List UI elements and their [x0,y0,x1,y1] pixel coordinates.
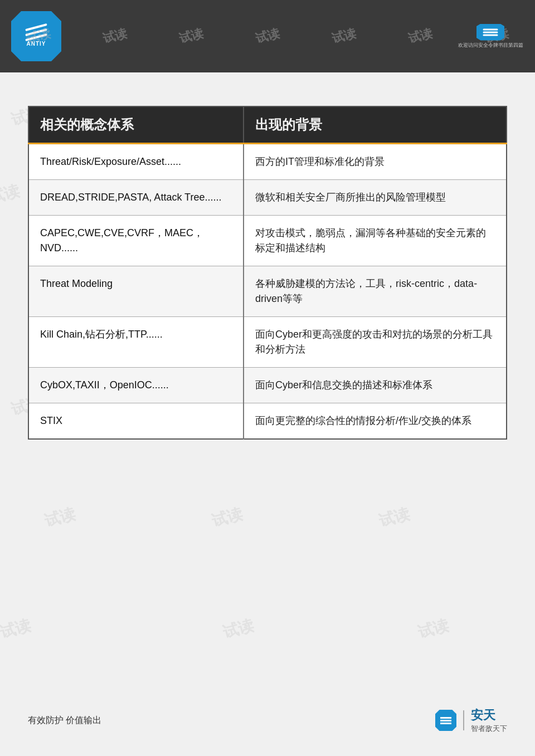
table-row-4: Kill Chain,钻石分析,TTP......面向Cyber和更高强度的攻击… [28,317,507,368]
footer-logo: 安天 智者敌天下 [435,707,507,734]
table-cell-right-1: 微软和相关安全厂商所推出的风险管理模型 [244,180,507,216]
watermark-5: 试读 [330,25,358,47]
body-watermark-16: 试读 [210,503,245,531]
table-cell-right-3: 各种威胁建模的方法论，工具，risk-centric，data-driven等等 [244,266,507,317]
watermark-2: 试读 [101,25,129,47]
body-watermark-15: 试读 [42,503,78,531]
table-row-6: STIX面向更完整的综合性的情报分析/作业/交换的体系 [28,403,507,440]
table-cell-left-5: CybOX,TAXII，OpenIOC...... [28,368,244,403]
table-cell-right-0: 西方的IT管理和标准化的背景 [244,144,507,180]
footer-logo-subtext: 智者敌天下 [471,724,507,734]
footer-logo-icon-inner [440,720,451,721]
header: ANTIY 试读 试读 试读 试读 试读 试读 试读 欢迎访问安全令牌书目第四篇 [0,0,535,72]
table-cell-right-4: 面向Cyber和更高强度的攻击和对抗的场景的分析工具和分析方法 [244,317,507,368]
table-row-0: Threat/Risk/Exposure/Asset......西方的IT管理和… [28,144,507,180]
logo-text: ANTIY [27,41,46,47]
logo-lines [25,26,47,38]
table-cell-left-3: Threat Modeling [28,266,244,317]
table-row-3: Threat Modeling各种威胁建模的方法论，工具，risk-centri… [28,266,507,317]
body-watermark-17: 试读 [377,503,412,531]
footer-logo-text: 安天 [471,707,507,724]
watermark-4: 试读 [254,25,281,47]
table-row-5: CybOX,TAXII，OpenIOC......面向Cyber和信息交换的描述… [28,368,507,403]
table-cell-right-2: 对攻击模式，脆弱点，漏洞等各种基础的安全元素的标定和描述结构 [244,216,507,266]
table-cell-right-5: 面向Cyber和信息交换的描述和标准体系 [244,368,507,403]
content-table: 相关的概念体系 出现的背景 Threat/Risk/Exposure/Asset… [28,106,507,440]
watermark-3: 试读 [177,25,205,47]
table-cell-left-1: DREAD,STRIDE,PASTA, Attack Tree...... [28,180,244,216]
footer-logo-divider [463,710,464,730]
table-cell-left-2: CAPEC,CWE,CVE,CVRF，MAEC，NVD...... [28,216,244,266]
table-cell-left-6: STIX [28,403,244,440]
body-watermark-19: 试读 [221,614,256,643]
footer-tagline: 有效防护 价值输出 [28,715,101,726]
table-row-2: CAPEC,CWE,CVE,CVRF，MAEC，NVD......对攻击模式，脆… [28,216,507,266]
footer-logo-text-group: 安天 智者敌天下 [471,707,507,734]
table-cell-left-0: Threat/Risk/Exposure/Asset...... [28,144,244,180]
antiy-logo: ANTIY [11,11,61,61]
table-row-1: DREAD,STRIDE,PASTA, Attack Tree......微软和… [28,180,507,216]
header-right-logo: 欢迎访问安全令牌书目第四篇 [457,17,524,56]
footer: 有效防护 价值输出 安天 智者敌天下 [28,707,507,734]
watermark-6: 试读 [406,25,434,47]
header-right-logo-text: 欢迎访问安全令牌书目第四篇 [458,42,523,49]
header-watermarks: 试读 试读 试读 试读 试读 试读 试读 [0,0,535,72]
main-content: 相关的概念体系 出现的背景 Threat/Risk/Exposure/Asset… [0,72,535,462]
body-watermark-20: 试读 [416,614,451,643]
col2-header: 出现的背景 [244,106,507,144]
footer-logo-icon [435,710,456,731]
table-cell-right-6: 面向更完整的综合性的情报分析/作业/交换的体系 [244,403,507,440]
table-cell-left-4: Kill Chain,钻石分析,TTP...... [28,317,244,368]
header-right-logo-icon [476,24,504,41]
col1-header: 相关的概念体系 [28,106,244,144]
body-watermark-18: 试读 [0,614,33,643]
